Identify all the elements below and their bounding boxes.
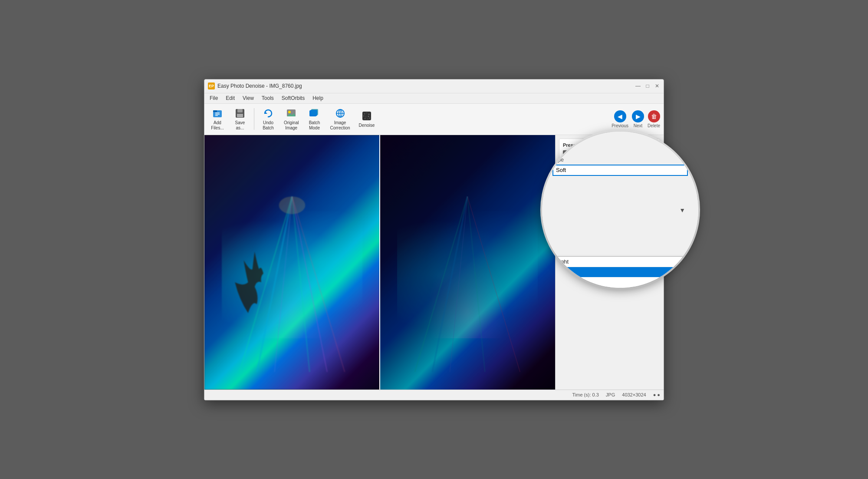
svg-point-25 [368, 116, 369, 117]
image-area [204, 135, 555, 390]
status-indicators: ● ● [653, 392, 660, 397]
status-size: 4032×3024 [622, 392, 646, 397]
toolbar-save-label: Save as... [235, 120, 245, 131]
image-divider [379, 135, 380, 390]
previous-label: Previous [612, 123, 628, 128]
minimize-button[interactable]: — [635, 83, 641, 89]
correction-icon [334, 107, 346, 119]
mag-option-medium[interactable]: Medium [553, 277, 687, 288]
toolbar-original[interactable]: Original Image [281, 106, 301, 132]
svg-point-10 [288, 111, 291, 113]
next-icon: ▶ [632, 110, 644, 122]
delete-nav[interactable]: 🗑 Delete [648, 110, 660, 128]
svg-rect-6 [237, 109, 243, 112]
mag-dropdown-arrow-icon: ▼ [679, 207, 685, 214]
mag-dropdown-list: Light Soft Medium Strong [552, 256, 688, 288]
svg-rect-14 [310, 110, 317, 116]
undo-icon [262, 107, 274, 119]
menu-bar: File Edit View Tools SoftOrbits Help [204, 93, 664, 104]
toolbar-undo-label: Undo Batch [263, 120, 274, 131]
toolbar-add-files-label: Add Files... [211, 120, 224, 131]
mag-dropdown-selected: Soft [556, 167, 566, 173]
svg-line-40 [467, 196, 520, 372]
add-files-icon [211, 107, 224, 119]
svg-point-20 [364, 113, 365, 115]
next-nav[interactable]: ▶ Next [632, 110, 644, 128]
toolbar-correction-label: Image Correction [330, 120, 350, 131]
toolbar-denoise[interactable]: Denoise [356, 108, 378, 130]
toolbar-original-label: Original Image [284, 120, 299, 131]
app-icon: EP [208, 83, 215, 89]
menu-file[interactable]: File [206, 94, 221, 102]
svg-point-21 [366, 112, 367, 114]
maximize-button[interactable]: □ [644, 83, 651, 89]
close-button[interactable]: ✕ [654, 83, 660, 89]
mag-dropdown-trigger[interactable]: Soft ▼ [552, 165, 688, 176]
save-icon [234, 107, 246, 119]
menu-help[interactable]: Help [309, 94, 327, 102]
svg-point-28 [369, 118, 370, 119]
image-right-panel [380, 135, 555, 390]
menu-view[interactable]: View [239, 94, 257, 102]
svg-point-26 [364, 118, 365, 119]
previous-icon: ◀ [614, 110, 626, 122]
delete-label: Delete [648, 123, 660, 128]
toolbar-denoise-label: Denoise [359, 123, 375, 128]
title-bar-text: Easy Photo Denoise - IMG_8760.jpg [217, 83, 635, 89]
toolbar-undo[interactable]: Undo Batch [259, 106, 278, 132]
svg-line-36 [415, 196, 467, 372]
svg-point-22 [368, 114, 369, 115]
svg-line-34 [292, 196, 345, 372]
svg-point-23 [363, 116, 364, 117]
svg-line-31 [275, 196, 292, 372]
toolbar-batch-label: Batch Mode [309, 120, 320, 131]
magnifier-panel: Type Soft ▼ Light Soft Medium Strong [542, 132, 698, 288]
delete-icon: 🗑 [648, 110, 660, 122]
toolbar-correction[interactable]: Image Correction [327, 106, 352, 132]
svg-point-35 [279, 196, 306, 214]
svg-point-24 [365, 116, 366, 118]
toolbar: Add Files... Save as... Undo Batch Origi [204, 104, 664, 135]
toolbar-save[interactable]: Save as... [230, 106, 250, 132]
mag-dropdown-wrapper[interactable]: Soft ▼ Light Soft Medium Strong [552, 165, 688, 256]
desktop: EP Easy Photo Denoise - IMG_8760.jpg — □… [0, 0, 868, 479]
svg-line-37 [432, 196, 467, 372]
image-display [204, 135, 555, 390]
image-left-panel [204, 135, 380, 390]
menu-softorbits[interactable]: SoftOrbits [278, 94, 308, 102]
app-window: EP Easy Photo Denoise - IMG_8760.jpg — □… [204, 79, 664, 400]
status-bar-right: Time (s): 0.3 JPG 4032×3024 ● ● [572, 392, 660, 397]
toolbar-sep-1 [254, 108, 254, 130]
svg-rect-1 [213, 110, 217, 112]
svg-line-32 [292, 196, 309, 372]
original-icon [285, 107, 297, 119]
magnifier: Type Soft ▼ Light Soft Medium Strong [542, 132, 698, 288]
previous-nav[interactable]: ◀ Previous [612, 110, 628, 128]
denoise-icon [361, 110, 373, 122]
mag-option-light[interactable]: Light [553, 257, 687, 267]
magnifier-content: Type Soft ▼ Light Soft Medium Strong [542, 132, 698, 288]
menu-edit[interactable]: Edit [222, 94, 238, 102]
svg-line-39 [467, 196, 485, 372]
toolbar-add-files[interactable]: Add Files... [208, 106, 227, 132]
next-label: Next [634, 123, 643, 128]
title-bar-controls: — □ ✕ [635, 83, 660, 89]
status-bar: Time (s): 0.3 JPG 4032×3024 ● ● [204, 390, 664, 400]
svg-point-27 [367, 119, 368, 120]
mag-field-label: Type [552, 157, 688, 163]
batch-icon [308, 107, 320, 119]
toolbar-batch[interactable]: Batch Mode [305, 106, 324, 132]
menu-tools[interactable]: Tools [258, 94, 277, 102]
mag-option-soft[interactable]: Soft [553, 267, 687, 277]
status-format: JPG [606, 392, 615, 397]
svg-rect-7 [237, 114, 243, 117]
svg-line-33 [292, 196, 327, 372]
status-time: Time (s): 0.3 [572, 392, 599, 397]
title-bar: EP Easy Photo Denoise - IMG_8760.jpg — □… [204, 79, 664, 93]
svg-line-38 [450, 196, 467, 372]
